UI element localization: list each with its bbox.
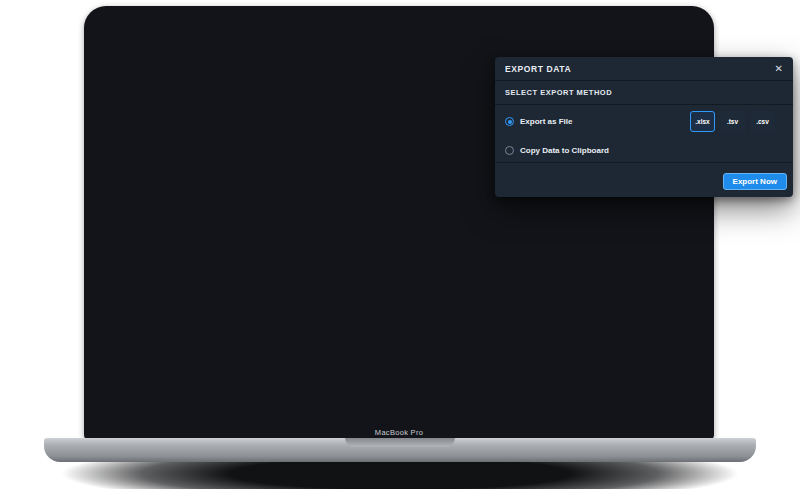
export-dialog-footer: Export Now <box>495 162 793 199</box>
export-as-file-radio[interactable] <box>505 117 514 126</box>
file-type-xlsx-button[interactable]: .xlsx <box>690 111 715 132</box>
laptop-base <box>44 438 756 462</box>
copy-to-clipboard-radio[interactable] <box>505 146 514 155</box>
file-type-tsv-button[interactable]: .tsv <box>720 111 745 132</box>
export-as-file-label: Export as File <box>520 117 572 126</box>
export-now-button[interactable]: Export Now <box>723 173 787 190</box>
export-as-file-option: Export as File .xlsx.tsv.csv <box>495 105 793 138</box>
file-type-csv-button[interactable]: .csv <box>750 111 775 132</box>
close-icon[interactable]: ✕ <box>775 64 783 74</box>
copy-to-clipboard-label: Copy Data to Clipboard <box>520 146 609 155</box>
export-dialog: EXPORT DATA ✕ SELECT EXPORT METHOD Expor… <box>495 57 793 197</box>
copy-to-clipboard-option: Copy Data to Clipboard <box>495 138 793 162</box>
export-dialog-title: EXPORT DATA <box>505 64 571 74</box>
device-label: MacBook Pro <box>84 428 714 437</box>
file-type-buttons: .xlsx.tsv.csv <box>690 111 775 132</box>
export-dialog-header: EXPORT DATA ✕ <box>495 57 793 81</box>
laptop-notch <box>345 438 455 447</box>
export-method-section-title: SELECT EXPORT METHOD <box>495 81 793 105</box>
